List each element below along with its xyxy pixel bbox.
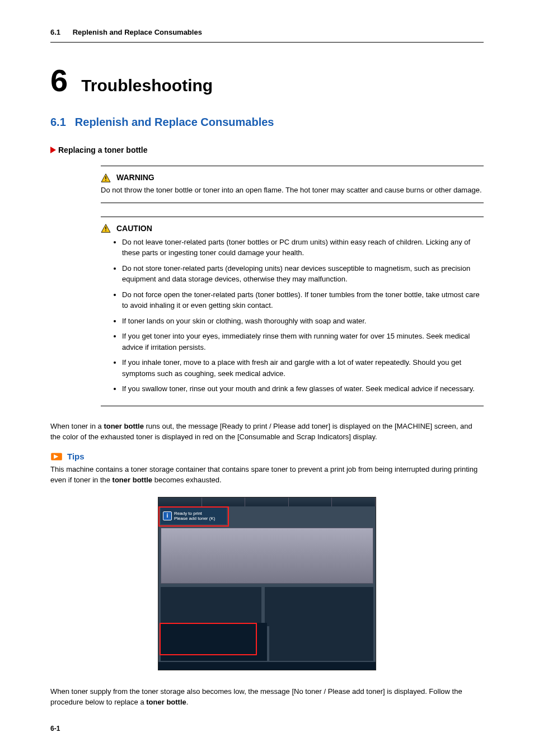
warning-body: Do not throw the toner bottle or toner i… [101, 185, 484, 196]
screenshot-tab [202, 497, 246, 506]
caution-label: CAUTION [116, 223, 152, 234]
screenshot-tabbar [158, 497, 376, 506]
bold-term: toner bottle [113, 476, 153, 484]
page-footer: 6-1 [50, 725, 484, 732]
bold-term: toner bottle [104, 422, 144, 430]
screenshot-machine-diagram [161, 528, 373, 584]
screenshot-tab [332, 497, 376, 506]
svg-rect-4 [105, 227, 106, 229]
tips-icon [50, 452, 63, 462]
screenshot-tab [245, 497, 289, 506]
screenshot-tab [158, 497, 202, 506]
svg-rect-5 [105, 231, 106, 231]
caution-item: Do not force open the toner-related part… [122, 289, 484, 311]
warning-block: WARNING Do not throw the toner bottle or… [101, 166, 484, 203]
tips-label: Tips [67, 452, 85, 461]
bold-term: toner bottle [146, 698, 186, 706]
caution-item: If you swallow toner, rinse out your mou… [122, 383, 484, 395]
caution-item: Do not store toner-related parts (develo… [122, 263, 484, 285]
tips-paragraph: This machine contains a toner storage co… [50, 464, 484, 486]
text: When toner supply from the toner storage… [50, 687, 462, 707]
caution-item: If you inhale toner, move to a place wit… [122, 357, 484, 379]
caution-icon [101, 224, 111, 233]
subsection-heading: Replacing a toner bottle [50, 145, 484, 154]
text: . [186, 698, 189, 706]
screenshot-job-area [161, 587, 261, 626]
section-title: Replenish and Replace Consumables [75, 116, 274, 129]
section-number: 6.1 [50, 116, 66, 129]
body-paragraph: When toner in a toner bottle runs out, t… [50, 421, 484, 443]
body-paragraph: When toner supply from the toner storage… [50, 686, 484, 708]
chapter-title: Troubleshooting [81, 76, 213, 95]
text: When toner in a [50, 422, 104, 430]
caution-list: Do not leave toner-related parts (toner … [101, 237, 484, 395]
subsection-title: Replacing a toner bottle [58, 145, 147, 154]
screenshot-highlight-box [158, 506, 229, 527]
screenshot-tab [289, 497, 332, 506]
caution-block: CAUTION Do not leave toner-related parts… [101, 217, 484, 406]
chapter-heading: 6 Troubleshooting [50, 65, 484, 96]
arrow-right-icon [50, 147, 56, 153]
tips-heading: Tips [50, 452, 484, 462]
caution-item: Do not leave toner-related parts (toner … [122, 237, 484, 259]
svg-rect-2 [105, 180, 106, 180]
page-number: 6-1 [50, 725, 60, 732]
running-header-num: 6.1 [50, 28, 60, 36]
screenshot-highlight-box [160, 623, 257, 655]
chapter-number: 6 [50, 65, 68, 96]
running-header: 6.1 Replenish and Replace Consumables [50, 28, 484, 43]
warning-icon [101, 173, 111, 182]
warning-label: WARNING [116, 172, 154, 184]
machine-screenshot: i Ready to print Please add toner (K) [158, 497, 376, 670]
screenshot-lower-right-panel [269, 623, 373, 661]
section-heading: 6.1 Replenish and Replace Consumables [50, 116, 484, 129]
caution-item: If you get toner into your eyes, immedia… [122, 331, 484, 353]
running-header-title: Replenish and Replace Consumables [73, 28, 202, 36]
screenshot-status-bar [158, 662, 376, 670]
screenshot-paper-tray-area [265, 587, 373, 626]
caution-item: If toner lands on your skin or clothing,… [122, 316, 484, 327]
text: becomes exhausted. [152, 476, 222, 484]
svg-rect-1 [105, 176, 106, 179]
